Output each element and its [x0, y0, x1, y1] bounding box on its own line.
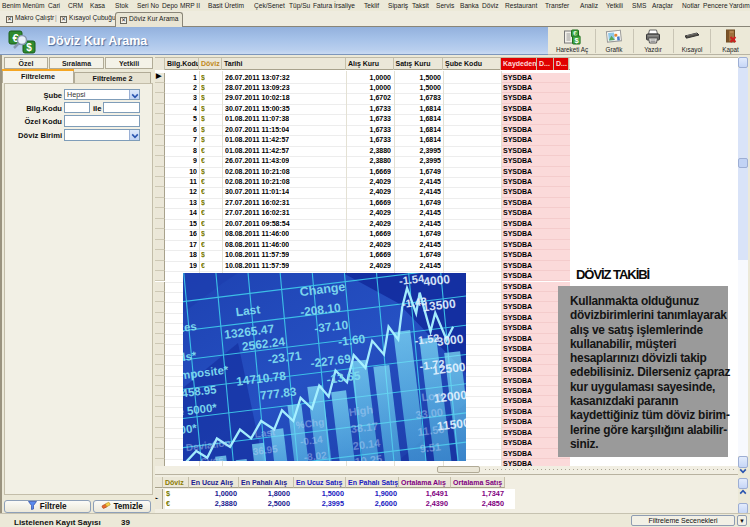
svg-text:$: $ — [26, 42, 32, 53]
svg-text:00*: 00* — [183, 422, 198, 436]
svg-text:Last: Last — [235, 302, 261, 319]
svg-text:-8.02: -8.02 — [303, 449, 327, 461]
